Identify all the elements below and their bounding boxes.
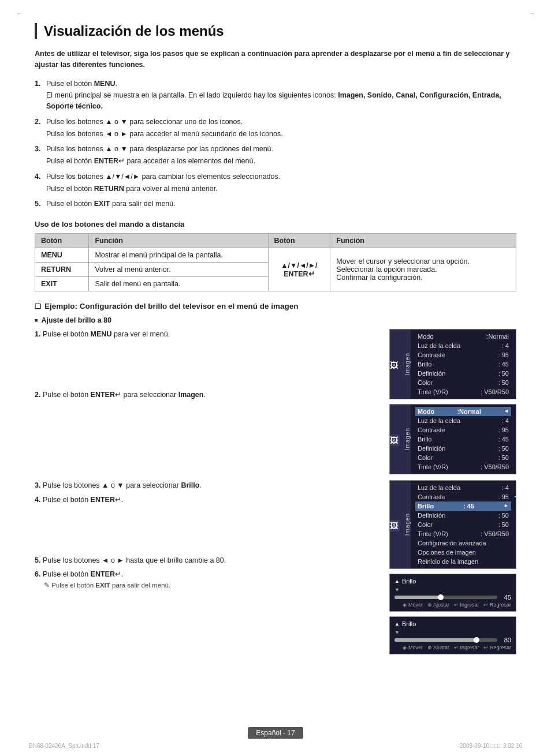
remote-section: Uso de los botones del mando a distancia… <box>35 220 516 291</box>
sidebar-label-3: Imagen <box>404 513 411 536</box>
btn-nav: ▲/▼/◄/►/ENTER↵ <box>268 248 330 291</box>
slider-2-track: 80 <box>394 637 511 643</box>
btn-return: RETURN <box>35 263 89 277</box>
sidebar-label-2: Imagen <box>404 428 411 450</box>
tv-content-2: Modo:Normal◄ Luz de la celda: 4 Contrast… <box>411 405 516 474</box>
slider-2-thumb <box>474 637 479 643</box>
slider-2-label: Brillo <box>402 620 416 627</box>
icon-imagen: 🖼 <box>389 360 400 371</box>
example-step-2: 2. Pulse el botón ENTER↵ para selecciona… <box>35 390 380 401</box>
example-title: Ejemplo: Configuración del brillo del te… <box>35 302 516 310</box>
tv-content-3: Luz de la celda: 4 Contraste: 95◄ Brillo… <box>411 481 516 568</box>
tv-row-config-avanzada: Configuración avanzada <box>415 538 511 548</box>
btn-exit: EXIT <box>35 277 89 291</box>
spacer2 <box>35 509 380 555</box>
steps-3-6-text: 3. Pulse los botones ▲ o ▼ para seleccio… <box>35 480 380 654</box>
tv-screenshots-3-sliders: Imagen 🖼 🔊 📺 ⚙ ↩ ? Luz de la ce <box>389 480 516 654</box>
icon-imagen-2: 🖼 <box>389 435 400 446</box>
tv-content-1: Modo:Normal Luz de la celda: 4 Contraste… <box>411 330 516 399</box>
col-header-func2: Función <box>330 234 516 248</box>
col-header-btn1: Botón <box>35 234 89 248</box>
tv-row-tinte-3: Tinte (V/R): V50/R50 <box>415 529 511 538</box>
example-step-1: 1. Pulse el botón MENU para ver el menú. <box>35 329 380 340</box>
nav-regresar-2: ↩ Regresar <box>483 645 511 650</box>
example-step-4: 4. Pulse el botón ENTER↵. <box>35 495 380 506</box>
tv-slider-2: ▲ Brillo ▼ 80 ◈ Mover ⊕ Ajustar <box>389 616 516 654</box>
slider-1-fill <box>394 596 441 599</box>
slider-1-title-row: ▲ Brillo <box>394 578 511 585</box>
step-3: Pulse los botones ▲ o ▼ para desplazarse… <box>35 144 516 167</box>
corner-mark-tl: ⌐ <box>17 10 21 17</box>
slider-1-thumb <box>438 594 444 600</box>
tv-sidebar-1: Imagen 🖼 🔊 📺 ⚙ ↩ ? <box>390 330 411 399</box>
tv-menu-3: Imagen 🖼 🔊 📺 ⚙ ↩ ? Luz de la ce <box>389 480 516 569</box>
example-step-6: 6. Pulse el botón ENTER↵. ✎ Pulse el bot… <box>35 569 380 591</box>
steps-3-6-block: 3. Pulse los botones ▲ o ▼ para seleccio… <box>35 480 516 654</box>
intro-box: Antes de utilizar el televisor, siga los… <box>35 48 516 70</box>
slider-1-bar <box>394 596 497 599</box>
corner-mark-tr: ¬ <box>530 10 534 17</box>
file-info: BN68-02426A_Spa.indd 17 <box>29 743 99 749</box>
step-5-line1: Pulse el botón EXIT para salir del menú. <box>46 199 516 209</box>
slider-2-title-row: ▲ Brillo <box>394 620 511 627</box>
func-exit: Salir del menú en pantalla. <box>89 277 268 291</box>
tv-menu-2: Imagen 🖼 🔊 📺 ⚙ ↩ ? Modo:Normal◄ <box>389 404 516 474</box>
slider-1-track: 45 <box>394 594 511 601</box>
tv-row-modo: Modo:Normal <box>415 332 511 341</box>
nav-ingresar-2: ↵ Ingresar <box>454 645 479 650</box>
func-menu: Mostrar el menú principal de la pantalla… <box>89 248 268 263</box>
func-return: Volver al menú anterior. <box>89 263 268 277</box>
step-2-line1: Pulse los botones ▲ o ▼ para seleccionar… <box>46 117 516 128</box>
tv-row-tinte: Tinte (V/R): V50/R50 <box>415 387 511 396</box>
slider-2-bar <box>394 638 497 642</box>
intro-text: Antes de utilizar el televisor, siga los… <box>35 48 516 70</box>
nav-ingresar: ↵ Ingresar <box>454 602 479 608</box>
tv-row-contraste: Contraste: 95 <box>415 350 511 360</box>
steps-1-2-text: 1. Pulse el botón MENU para ver el menú.… <box>35 329 380 474</box>
nav-mover-2: ◈ Mover <box>403 645 423 650</box>
remote-section-title: Uso de los botones del mando a distancia <box>35 220 516 229</box>
tv-row-definicion-3: Definición: 50 <box>415 511 511 520</box>
page-footer: Español - 17 <box>0 727 551 739</box>
tv-sidebar-icons-2: 🖼 🔊 📺 ⚙ ↩ ? <box>389 432 400 446</box>
nav-mover: ◈ Mover <box>403 602 423 608</box>
steps-list: Pulse el botón MENU. El menú principal s… <box>35 78 516 210</box>
nav-ajustar: ⊕ Ajustar <box>427 602 449 608</box>
nav-ajustar-2: ⊕ Ajustar <box>427 645 449 650</box>
slider-1-nav: ◈ Mover ⊕ Ajustar ↵ Ingresar ↩ Regresar <box>394 602 511 608</box>
example-subtitle: Ajuste del brillo a 80 <box>35 316 516 324</box>
step-4-line2: Pulse el botón RETURN para volver al men… <box>46 184 516 194</box>
page-title: Visualización de los menús <box>44 23 516 39</box>
spacer1 <box>35 343 380 390</box>
title-section: Visualización de los menús <box>35 23 516 39</box>
icon-imagen-3: 🖼 <box>389 520 400 532</box>
tv-menu-1: Imagen 🖼 🔊 📺 ⚙ ↩ ? Modo:Normal <box>389 329 516 399</box>
tv-row-reinicio: Reinicio de la imagen <box>415 557 511 566</box>
step-1: Pulse el botón MENU. El menú principal s… <box>35 78 516 112</box>
remote-table: Botón Función Botón Función MENU Mostrar… <box>35 233 516 291</box>
step-1-line2: El menú principal se muestra en la panta… <box>46 90 516 112</box>
steps-1-2-block: 1. Pulse el botón MENU para ver el menú.… <box>35 329 516 474</box>
tv-row-luz-3: Luz de la celda: 4 <box>415 483 511 492</box>
nav-regresar: ↩ Regresar <box>483 602 511 608</box>
tv-sidebar-2: Imagen 🖼 🔊 📺 ⚙ ↩ ? <box>390 405 411 474</box>
step-5: Pulse el botón EXIT para salir del menú. <box>35 199 516 209</box>
sidebar-label-1: Imagen <box>404 353 411 375</box>
func-nav: Mover el cursor y seleccionar una opción… <box>330 248 516 291</box>
col-header-btn2: Botón <box>268 234 330 248</box>
page: ⌐ ¬ Visualización de los menús Antes de … <box>0 0 551 756</box>
tv-row-luz: Luz de la celda: 4 <box>415 341 511 350</box>
step-4: Pulse los botones ▲/▼/◄/► para cambiar l… <box>35 171 516 194</box>
tv-sidebar-3: Imagen 🖼 🔊 📺 ⚙ ↩ ? <box>390 481 411 568</box>
tv-row-color-3: Color: 50 <box>415 520 511 529</box>
tv-screenshots-1-2: Imagen 🖼 🔊 📺 ⚙ ↩ ? Modo:Normal <box>389 329 516 474</box>
tv-row-definicion-2: Definición: 50 <box>415 444 511 453</box>
footer-badge: Español - 17 <box>248 727 303 739</box>
step-4-line1: Pulse los botones ▲/▼/◄/► para cambiar l… <box>46 171 516 182</box>
tv-row-color-2: Color: 50 <box>415 453 511 462</box>
col-header-func1: Función <box>89 234 268 248</box>
tv-row-modo-2: Modo:Normal◄ <box>415 407 511 416</box>
tv-sidebar-icons-3: 🖼 🔊 📺 ⚙ ↩ ? <box>389 518 400 532</box>
tv-row-tinte-2: Tinte (V/R): V50/R50 <box>415 462 511 471</box>
step-3-line2: Pulse el botón ENTER↵ para acceder a los… <box>46 156 516 167</box>
